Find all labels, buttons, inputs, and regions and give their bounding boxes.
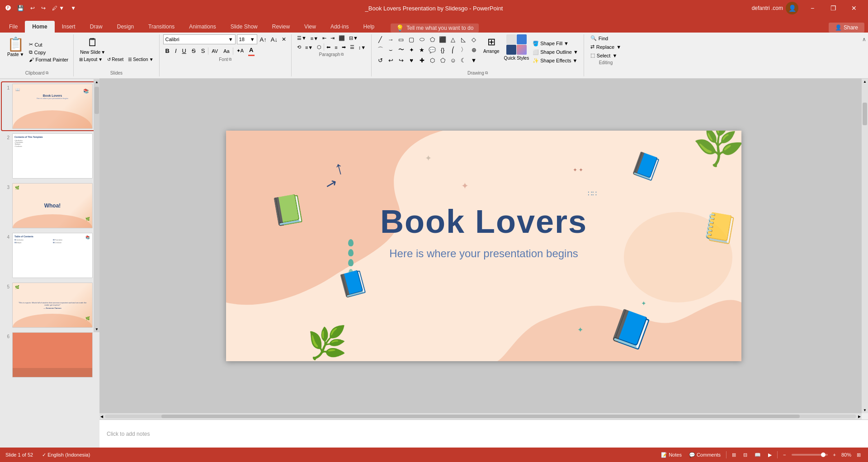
tab-home[interactable]: Home: [25, 21, 54, 33]
tab-addins[interactable]: Add-ins: [323, 21, 356, 33]
shape-brace-button[interactable]: ⎛: [448, 45, 458, 55]
shape-heart-button[interactable]: ♥: [406, 55, 416, 65]
font-name-selector[interactable]: Calibri ▼: [163, 34, 236, 44]
minimize-button[interactable]: −: [802, 1, 823, 15]
slide-sorter-button[interactable]: ⊟: [741, 451, 749, 459]
slide-thumbnail-1[interactable]: 1 📖 Book Lovers Here is where your prese…: [2, 82, 98, 130]
select-button[interactable]: ⬚ Select ▼: [588, 52, 624, 59]
paste-button[interactable]: 📋 Paste ▼: [4, 34, 28, 70]
notes-area[interactable]: Click to add notes: [99, 420, 868, 448]
format-painter-button[interactable]: 🖌 Format Painter: [28, 57, 70, 63]
app-icon[interactable]: 🅟: [4, 4, 13, 12]
reading-view-button[interactable]: 📖: [753, 451, 763, 459]
shape-line-button[interactable]: ╱: [375, 34, 385, 44]
undo-button[interactable]: ↩: [28, 4, 37, 12]
align-center-button[interactable]: ≡: [333, 43, 339, 51]
tab-animations[interactable]: Animations: [182, 21, 223, 33]
tab-help[interactable]: Help: [356, 21, 382, 33]
comments-button[interactable]: 💬 Comments: [687, 451, 722, 459]
align-left-button[interactable]: ⬅: [325, 43, 332, 51]
italic-button[interactable]: I: [173, 47, 179, 55]
text-direction-button[interactable]: ⟲: [295, 43, 303, 51]
accessibility-button[interactable]: ✓ English (Indonesia): [40, 451, 92, 459]
shape-free-button[interactable]: 〜: [396, 45, 406, 55]
more-quick-access-button[interactable]: ▼: [69, 4, 78, 12]
quick-style-3[interactable]: [506, 45, 516, 55]
zoom-slider[interactable]: [792, 454, 828, 456]
tab-insert[interactable]: Insert: [55, 21, 83, 33]
shape-oval-button[interactable]: ⬭: [417, 34, 427, 44]
slide-canvas[interactable]: 🌿 📘 📗 ↑ ↗ ✦ ✦ ✦ ∷∷: [226, 131, 741, 361]
zoom-out-button[interactable]: −: [781, 451, 788, 458]
right-scroll-down-button[interactable]: ▼: [862, 407, 868, 413]
collapse-ribbon-button[interactable]: ∧: [862, 36, 866, 42]
clear-format-button[interactable]: ✕: [280, 36, 288, 43]
shape-u-turn-button[interactable]: ↪: [396, 55, 406, 65]
shape-star4-button[interactable]: ✦: [406, 45, 416, 55]
tab-slideshow[interactable]: Slide Show: [223, 21, 265, 33]
shape-bracket-button[interactable]: {}: [438, 45, 448, 55]
columns-button[interactable]: ⊟▼: [347, 34, 360, 42]
notes-button[interactable]: 📝 Notes: [659, 451, 684, 459]
customize-quick-access-button[interactable]: 🖊 ▼: [50, 4, 66, 12]
tab-review[interactable]: Review: [265, 21, 297, 33]
text-shadow-button[interactable]: S: [199, 47, 208, 55]
copy-button[interactable]: ⧉ Copy: [28, 49, 70, 56]
shape-rounded-rect-button[interactable]: ▢: [406, 34, 416, 44]
normal-view-button[interactable]: ⊞: [730, 451, 738, 459]
justify-button[interactable]: ☰: [348, 43, 356, 51]
increase-indent-button[interactable]: ⇥: [329, 34, 336, 42]
shape-pentagon-button[interactable]: ⬠: [427, 34, 437, 44]
strikethrough-button[interactable]: S: [189, 47, 198, 55]
restore-button[interactable]: ❐: [823, 1, 844, 15]
quick-style-4[interactable]: [517, 45, 527, 55]
redo-button[interactable]: ↪: [39, 4, 47, 12]
new-slide-button[interactable]: 🗒 New Slide▼: [77, 34, 108, 57]
replace-button[interactable]: ⇄ Replace ▼: [588, 43, 624, 51]
shape-more2-button[interactable]: ▼: [469, 55, 479, 65]
shape-octagon-button[interactable]: ⬠: [438, 55, 448, 65]
align-right-button[interactable]: ➡: [340, 43, 348, 51]
tab-view[interactable]: View: [297, 21, 323, 33]
shape-moon-button[interactable]: ☾: [458, 55, 468, 65]
change-case-button[interactable]: Aa: [221, 47, 231, 55]
slide-thumbnail-2[interactable]: 2 Contents of This Template • Introducti…: [2, 132, 98, 180]
scroll-up-button[interactable]: ▲: [94, 79, 100, 85]
shape-curve2-button[interactable]: ⌣: [386, 45, 396, 55]
tell-me-search[interactable]: 💡 Tell me what you want to do: [391, 24, 479, 33]
slide-thumbnail-3[interactable]: 3 Whoa! 🌿 🌿: [2, 182, 98, 230]
shape-cross-button[interactable]: ✚: [417, 55, 427, 65]
cut-button[interactable]: ✂ Cut: [28, 41, 70, 48]
highlight-button[interactable]: ✦A: [234, 47, 246, 55]
shape-right-triangle-button[interactable]: ◺: [458, 34, 468, 44]
bullets-button[interactable]: ☰▼: [295, 34, 308, 42]
save-button[interactable]: 💾: [15, 4, 26, 12]
shape-bent-arrow-button[interactable]: ↩: [386, 55, 396, 65]
arrange-button[interactable]: ⊞ Arrange: [481, 34, 502, 70]
bold-button[interactable]: B: [163, 47, 172, 55]
font-size-selector[interactable]: 18 ▼: [237, 34, 257, 44]
shape-effects-button[interactable]: ✨ Shape Effects ▼: [531, 57, 580, 65]
shape-smiley-button[interactable]: ☺: [448, 55, 458, 65]
zoom-in-button[interactable]: +: [831, 451, 838, 458]
tab-file[interactable]: File: [2, 21, 25, 33]
decrease-font-size-button[interactable]: A↓: [269, 36, 279, 43]
shape-hexagon-button[interactable]: ⬡: [427, 55, 437, 65]
font-color-button[interactable]: A: [247, 46, 255, 54]
bottom-scroll-left-button[interactable]: ◀: [99, 414, 104, 420]
shape-diamond-button[interactable]: ◇: [469, 34, 479, 44]
close-button[interactable]: ✕: [844, 1, 864, 15]
increase-font-size-button[interactable]: A↑: [259, 36, 268, 43]
tab-transitions[interactable]: Transitions: [141, 21, 182, 33]
clipboard-expand-icon[interactable]: ⧉: [46, 71, 48, 75]
line-spacing-button[interactable]: ↕▼: [357, 43, 368, 51]
fit-slide-button[interactable]: ⊞: [855, 451, 863, 459]
share-button[interactable]: 👤 Share: [829, 23, 864, 33]
shape-fill-button[interactable]: 🪣 Shape Fill ▼: [531, 40, 580, 47]
bottom-scroll-right-button[interactable]: ▶: [857, 414, 862, 420]
font-expand-icon[interactable]: ⧉: [229, 57, 231, 62]
reset-button[interactable]: ↺ Reset: [105, 57, 125, 62]
slide-thumbnail-5[interactable]: 5 "This is a quote. Words full of wisdom…: [2, 281, 98, 329]
underline-button[interactable]: U: [180, 47, 189, 55]
slideshow-button[interactable]: ▶: [766, 451, 774, 459]
